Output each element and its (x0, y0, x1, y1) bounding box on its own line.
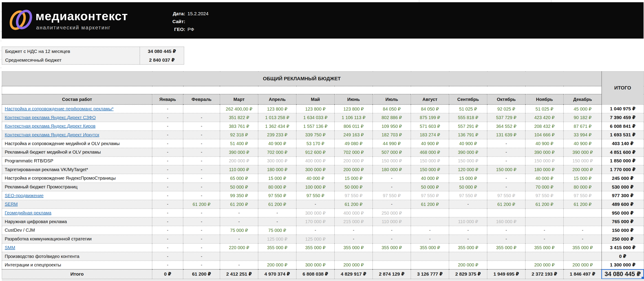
budget-cell[interactable]: - (487, 139, 526, 148)
budget-cell[interactable]: 50 000 ₽ (411, 183, 449, 191)
budget-cell[interactable]: - (183, 139, 220, 148)
budget-cell[interactable]: - (334, 226, 373, 235)
budget-cell[interactable]: 390 000 ₽ (564, 148, 602, 157)
work-item-label-cell[interactable]: SMM (2, 243, 152, 252)
monthly-budget-value[interactable]: 2 840 037 ₽ (140, 56, 184, 64)
budget-cell[interactable]: 33 994 ₽ (564, 131, 602, 139)
budget-cell[interactable]: 200 000 ₽ (220, 157, 258, 165)
budget-cell[interactable]: 150 000 ₽ (411, 157, 449, 165)
row-total-cell[interactable]: 3 415 000 ₽ (602, 243, 644, 252)
month-total-cell[interactable]: 61 200 ₽ (183, 269, 220, 279)
budget-cell[interactable]: - (220, 235, 258, 243)
budget-cell[interactable]: 92 025 ₽ (487, 104, 526, 113)
budget-cell[interactable]: 97 550 ₽ (258, 191, 296, 200)
budget-cell[interactable]: 40 000 ₽ (526, 174, 564, 183)
budget-cell[interactable] (334, 252, 373, 261)
budget-cell[interactable]: 702 000 ₽ (258, 148, 296, 157)
work-item-link[interactable]: Настройка и сопровождение перформанс рек… (5, 106, 114, 111)
budget-cell[interactable]: 170 000 ₽ (296, 217, 334, 226)
budget-cell[interactable]: 110 000 ₽ (220, 165, 258, 174)
budget-cell[interactable]: 262 400,00 ₽ (220, 104, 258, 113)
budget-cell[interactable]: 84 050 ₽ (411, 104, 449, 113)
budget-cell[interactable]: 215 000 ₽ (334, 217, 373, 226)
budget-cell[interactable]: 97 550 ₽ (487, 191, 526, 200)
budget-cell[interactable]: 97 550 ₽ (373, 191, 411, 200)
budget-cell[interactable]: - (220, 261, 258, 269)
budget-cell[interactable]: 75 000 ₽ (258, 226, 296, 235)
budget-cell[interactable] (449, 209, 487, 217)
row-total-cell[interactable]: 403 140 ₽ (602, 139, 644, 148)
budget-cell[interactable]: - (258, 217, 296, 226)
budget-cell[interactable]: 400 000 ₽ (296, 157, 334, 165)
budget-cell[interactable]: 200 000 ₽ (334, 165, 373, 174)
budget-cell[interactable]: 180 000 ₽ (373, 165, 411, 174)
budget-cell[interactable]: 40 000 ₽ (411, 174, 449, 183)
month-total-cell[interactable]: 2 829 375 ₽ (449, 269, 487, 279)
row-total-cell[interactable]: 1 850 000 ₽ (602, 157, 644, 165)
budget-cell[interactable]: 100 000 ₽ (296, 183, 334, 191)
budget-cell[interactable]: 150 000 ₽ (449, 157, 487, 165)
budget-cell[interactable]: - (183, 183, 220, 191)
budget-cell[interactable] (258, 252, 296, 261)
budget-cell[interactable] (526, 217, 564, 226)
budget-cell[interactable]: 61 200 ₽ (564, 200, 602, 209)
budget-cell[interactable]: 80 000 ₽ (258, 183, 296, 191)
budget-cell[interactable]: - (183, 122, 220, 131)
budget-cell[interactable]: - (152, 113, 183, 122)
budget-cell[interactable]: 61 200 ₽ (220, 200, 258, 209)
budget-cell[interactable]: - (152, 183, 183, 191)
budget-cell[interactable]: 702 000 ₽ (334, 148, 373, 157)
budget-cell[interactable]: 50 000 ₽ (334, 183, 373, 191)
budget-cell[interactable]: - (152, 217, 183, 226)
budget-cell[interactable]: 355 000 ₽ (449, 243, 487, 252)
budget-cell[interactable]: 40 900 ₽ (258, 139, 296, 148)
budget-cell[interactable]: 97 550 ₽ (296, 191, 334, 200)
month-total-cell[interactable]: 4 970 374 ₽ (258, 269, 296, 279)
budget-cell[interactable]: - (258, 209, 296, 217)
budget-cell[interactable]: - (373, 235, 411, 243)
budget-cell[interactable]: 383 761 ₽ (220, 122, 258, 131)
row-total-cell[interactable]: 1 300 000 ₽ (602, 261, 644, 269)
budget-cell[interactable]: 150 000 ₽ (564, 157, 602, 165)
budget-cell[interactable] (564, 217, 602, 226)
budget-cell[interactable] (449, 252, 487, 261)
budget-cell[interactable]: - (183, 226, 220, 235)
budget-cell[interactable]: 507 000 ₽ (373, 148, 411, 157)
budget-cell[interactable]: - (411, 226, 449, 235)
budget-cell[interactable]: 97 550 ₽ (526, 191, 564, 200)
budget-cell[interactable]: - (152, 148, 183, 157)
work-item-label-cell[interactable]: Настройка и сопровождение медийной и OLV… (2, 139, 152, 148)
budget-cell[interactable]: - (526, 235, 564, 243)
budget-cell[interactable] (411, 252, 449, 261)
month-total-cell[interactable]: 3 126 777 ₽ (411, 269, 449, 279)
budget-cell[interactable]: 61 200 ₽ (258, 200, 296, 209)
budget-cell[interactable] (220, 252, 258, 261)
budget-cell[interactable]: 49 080 ₽ (334, 139, 373, 148)
budget-cell[interactable]: 182 703 ₽ (373, 131, 411, 139)
budget-cell[interactable]: 50 000 ₽ (220, 183, 258, 191)
budget-cell[interactable]: 390 000 ₽ (220, 148, 258, 157)
grand-total-cell[interactable]: 34 080 445 ₽ (602, 269, 644, 279)
budget-cell[interactable] (564, 209, 602, 217)
budget-cell[interactable]: 44 990 ₽ (373, 139, 411, 148)
budget-cell[interactable]: - (296, 226, 334, 235)
budget-cell[interactable]: 125 000 ₽ (258, 235, 296, 243)
budget-cell[interactable]: 61 200 ₽ (487, 200, 526, 209)
budget-cell[interactable]: - (564, 235, 602, 243)
budget-cell[interactable]: - (183, 174, 220, 183)
budget-cell[interactable]: 120 000 ₽ (449, 165, 487, 174)
budget-cell[interactable]: - (152, 261, 183, 269)
month-total-cell[interactable]: 2 874 129 ₽ (373, 269, 411, 279)
budget-cell[interactable] (296, 252, 334, 261)
budget-cell[interactable]: 61 200 ₽ (183, 200, 220, 209)
budget-cell[interactable]: 250 000 ₽ (373, 209, 411, 217)
budget-cell[interactable]: 97 550 ₽ (449, 191, 487, 200)
budget-cell[interactable]: 123 800 ₽ (258, 104, 296, 113)
month-total-cell[interactable]: 0 ₽ (152, 269, 183, 279)
budget-cell[interactable]: - (220, 209, 258, 217)
row-total-cell[interactable]: 245 000 ₽ (602, 174, 644, 183)
work-item-label-cell[interactable]: Таргетированная реклама VK/MyTarget* (2, 165, 152, 174)
budget-cell[interactable]: 300 000 ₽ (296, 165, 334, 174)
work-item-label-cell[interactable]: Геомедийная реклама (2, 209, 152, 217)
budget-cell[interactable]: 160 000 ₽ (487, 217, 526, 226)
